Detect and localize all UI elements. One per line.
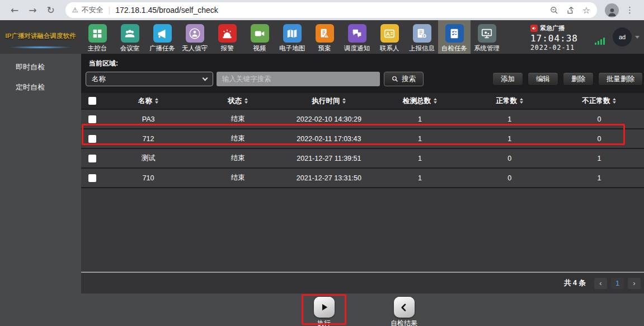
sort-icon[interactable]	[245, 98, 248, 104]
add-button[interactable]: 添加	[492, 72, 523, 86]
execute-label: 执行	[317, 319, 331, 326]
cell-name: 712	[104, 129, 193, 148]
forward-icon[interactable]: →	[29, 4, 36, 16]
emergency-broadcast-icon	[530, 25, 538, 32]
table-row[interactable]: 测试 结束 2021-12-27 11:39:51 1 0 1	[81, 149, 644, 167]
emergency-broadcast-label: 紧急广播	[540, 24, 565, 32]
cell-normal: 0	[465, 169, 554, 187]
total-count-label: 共 4 条	[564, 278, 586, 288]
edit-button[interactable]: 编辑	[528, 72, 558, 86]
map-icon	[283, 24, 302, 43]
cell-exec-time: 2022-02-11 17:03:43	[283, 129, 375, 148]
not-secure-label: 不安全	[82, 5, 104, 15]
sort-icon[interactable]	[520, 98, 523, 104]
contact-card-icon	[380, 24, 399, 43]
delete-button[interactable]: 删除	[563, 72, 594, 86]
nav-label: 系统管理	[474, 44, 500, 53]
sort-icon[interactable]	[613, 98, 616, 104]
nav-item-report-info[interactable]: 上报信息	[406, 20, 438, 54]
cell-abnormal: 1	[554, 149, 644, 167]
bookmark-star-icon[interactable]: ☆	[582, 5, 590, 16]
address-bar[interactable]: ⚠ 不安全 | 172.18.1.45/broad/self_check ☆	[65, 2, 597, 18]
sort-icon[interactable]	[155, 98, 158, 104]
sort-icon[interactable]	[342, 98, 346, 104]
reload-icon[interactable]: ↻	[47, 4, 55, 16]
execute-button[interactable]: 执行	[306, 297, 342, 326]
nav-item-self-check-task[interactable]: 自检任务	[438, 20, 471, 54]
cell-name: 测试	[104, 149, 193, 167]
cell-status: 结束	[193, 149, 283, 167]
table-empty-space	[81, 188, 644, 272]
nav-item-console[interactable]: 主控台	[81, 20, 114, 54]
user-avatar[interactable]: ad	[613, 27, 632, 46]
select-all-checkbox[interactable]	[88, 97, 96, 105]
clock-block: 紧急广播 17:04:38 2022-02-11	[530, 23, 578, 52]
sort-icon[interactable]	[434, 98, 437, 104]
browser-profile-avatar[interactable]	[605, 3, 619, 17]
cell-exec-time: 2021-12-27 13:31:50	[283, 169, 375, 187]
footer-action-bar: 执行 自检结果	[81, 294, 644, 326]
nav-label: 主控台	[88, 44, 107, 53]
url-text[interactable]: 172.18.1.45/broad/self_check	[115, 6, 542, 15]
cell-normal: 1	[465, 110, 554, 128]
browser-toolbar: ← → ↻ ⚠ 不安全 | 172.18.1.45/broad/self_che…	[0, 0, 644, 20]
cell-normal: 0	[465, 149, 554, 167]
sidebar: 即时自检 定时自检	[0, 54, 81, 326]
cell-abnormal: 1	[554, 169, 644, 187]
chat-icon	[348, 24, 366, 43]
table-row[interactable]: PA3 结束 2022-02-10 14:30:29 1 1 0	[81, 110, 644, 128]
cell-total: 1	[375, 110, 464, 128]
nav-item-video[interactable]: 视频	[243, 20, 276, 54]
megaphone-icon	[153, 24, 172, 43]
chevron-down-icon	[203, 76, 208, 81]
sidebar-item-scheduled-self-check[interactable]: 定时自检	[0, 77, 81, 97]
row-checkbox[interactable]	[88, 174, 96, 182]
nav-label: 自检任务	[441, 44, 467, 53]
not-secure-warning-icon: ⚠	[72, 6, 78, 14]
cell-abnormal: 0	[554, 129, 644, 148]
chevron-down-icon[interactable]	[635, 36, 640, 39]
nav-label: 调度通知	[344, 44, 370, 53]
row-checkbox[interactable]	[88, 115, 96, 123]
nav-item-emap[interactable]: 电子地图	[276, 20, 308, 54]
current-region-label: 当前区域:	[89, 59, 118, 68]
search-input[interactable]	[217, 72, 380, 86]
browser-menu-icon[interactable]: ⋮	[626, 5, 634, 15]
pagination: 共 4 条 ‹ 1 ›	[81, 273, 644, 294]
table-row-highlighted[interactable]: 712 结束 2022-02-11 17:03:43 1 1 0	[81, 129, 644, 148]
current-page-button[interactable]: 1	[611, 278, 624, 289]
row-checkbox[interactable]	[88, 155, 96, 162]
prev-page-button[interactable]: ‹	[594, 278, 607, 289]
next-page-button[interactable]: ›	[628, 278, 641, 289]
filter-field-select[interactable]: 名称	[86, 72, 213, 86]
row-checkbox[interactable]	[88, 135, 96, 143]
search-icon	[392, 76, 398, 82]
cell-abnormal: 0	[554, 110, 644, 128]
batch-delete-button[interactable]: 批量删除	[598, 72, 643, 86]
cell-name: 710	[104, 169, 193, 187]
cell-name: PA3	[104, 110, 193, 128]
nav-item-contacts[interactable]: 联系人	[373, 20, 406, 54]
cell-status: 结束	[193, 129, 283, 148]
doc-upload-icon	[413, 24, 431, 43]
nav-label: 视频	[253, 44, 266, 53]
share-icon[interactable]	[566, 6, 575, 15]
nav-item-meeting-room[interactable]: 会议室	[114, 20, 146, 54]
nav-item-alarm[interactable]: 报警	[211, 20, 243, 54]
back-icon[interactable]: ←	[11, 4, 18, 16]
clock-time: 17:04:38	[530, 33, 578, 44]
nav-item-dispatch-notice[interactable]: 调度通知	[341, 20, 373, 54]
app-topbar: IP广播对讲融合调度软件 主控台 会议室 广播任务 无人值守	[0, 20, 644, 54]
sidebar-item-instant-self-check[interactable]: 即时自检	[0, 57, 81, 77]
self-check-result-label: 自检结果	[391, 319, 417, 326]
search-button[interactable]: 搜索	[384, 72, 424, 86]
address-divider: |	[109, 6, 111, 15]
zoom-out-icon[interactable]	[550, 6, 558, 15]
nav-item-broadcast-task[interactable]: 广播任务	[146, 20, 178, 54]
signal-bars-icon	[595, 38, 605, 45]
table-row[interactable]: 710 结束 2021-12-27 13:31:50 1 0 1	[81, 169, 644, 187]
nav-item-unattended[interactable]: 无人值守	[178, 20, 211, 54]
nav-item-system-mgmt[interactable]: 系统管理	[471, 20, 503, 54]
nav-item-plan[interactable]: 预案	[308, 20, 341, 54]
self-check-result-button[interactable]: 自检结果	[386, 297, 422, 326]
